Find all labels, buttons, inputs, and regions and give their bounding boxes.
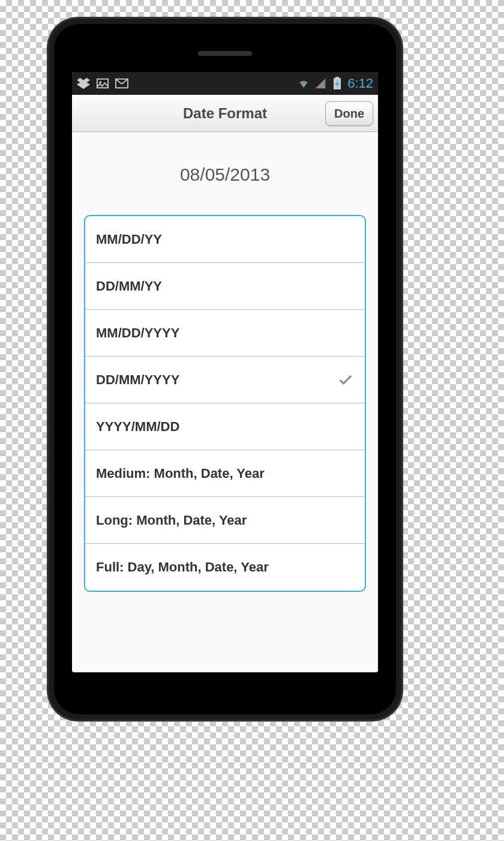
svg-rect-0 (97, 79, 108, 88)
format-option-long[interactable]: Long: Month, Date, Year (85, 497, 365, 544)
format-option-mm-dd-yyyy[interactable]: MM/DD/YYYY (85, 310, 365, 357)
phone-frame: 6:12 Date Format Done 08/05/2013 MM/DD/Y… (48, 18, 402, 720)
option-label: DD/MM/YY (96, 279, 162, 294)
screen: 6:12 Date Format Done 08/05/2013 MM/DD/Y… (72, 72, 378, 672)
option-label: Long: Month, Date, Year (96, 513, 247, 528)
format-option-full[interactable]: Full: Day, Month, Date, Year (85, 544, 365, 591)
signal-icon (314, 77, 327, 90)
svg-rect-4 (335, 77, 339, 78)
toolbar: Date Format Done (72, 95, 378, 132)
check-icon (337, 372, 354, 388)
option-label: Medium: Month, Date, Year (96, 466, 265, 481)
format-options-list: MM/DD/YY DD/MM/YY MM/DD/YYYY DD/MM/YYYY (84, 215, 366, 592)
dropbox-icon (77, 77, 90, 90)
format-option-dd-mm-yy[interactable]: DD/MM/YY (85, 263, 365, 310)
format-option-medium[interactable]: Medium: Month, Date, Year (85, 450, 365, 497)
option-label: Full: Day, Month, Date, Year (96, 559, 269, 575)
done-button[interactable]: Done (325, 101, 373, 125)
svg-point-1 (100, 81, 102, 83)
gmail-icon (115, 77, 128, 90)
status-notifications (77, 77, 128, 90)
status-time: 6:12 (347, 76, 373, 91)
phone-speaker (198, 51, 252, 56)
format-option-dd-mm-yyyy[interactable]: DD/MM/YYYY (85, 357, 365, 403)
format-option-mm-dd-yy[interactable]: MM/DD/YY (85, 216, 365, 263)
option-label: MM/DD/YYYY (96, 325, 179, 341)
wifi-icon (297, 77, 310, 90)
status-system: 6:12 (297, 76, 373, 91)
status-bar: 6:12 (72, 72, 378, 95)
page-title: Date Format (183, 105, 267, 122)
option-label: YYYY/MM/DD (96, 419, 179, 435)
phone-bezel: 6:12 Date Format Done 08/05/2013 MM/DD/Y… (54, 24, 396, 714)
battery-charging-icon (331, 77, 344, 90)
content-area: 08/05/2013 MM/DD/YY DD/MM/YY MM/DD/YYYY … (72, 132, 378, 672)
gallery-icon (96, 77, 109, 90)
date-preview: 08/05/2013 (72, 132, 378, 215)
option-label: DD/MM/YYYY (96, 372, 179, 388)
format-option-yyyy-mm-dd[interactable]: YYYY/MM/DD (85, 403, 365, 450)
option-label: MM/DD/YY (96, 232, 162, 247)
